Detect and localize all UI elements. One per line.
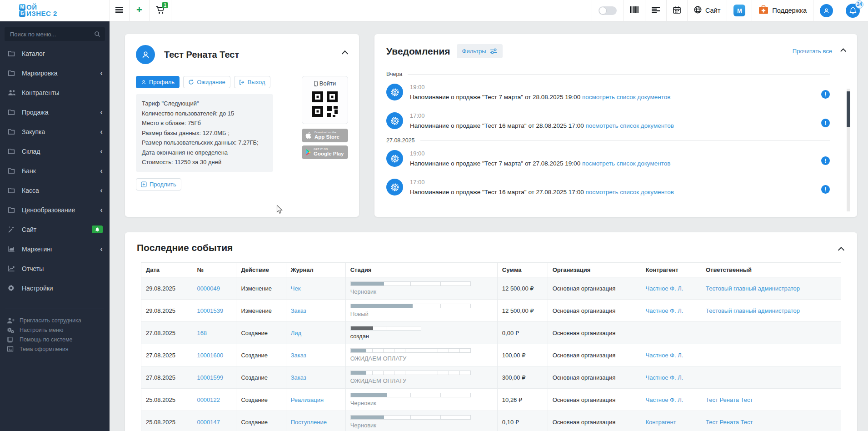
- view-documents-link[interactable]: посмотреть список документов: [582, 94, 670, 100]
- view-documents-link[interactable]: посмотреть список документов: [582, 160, 670, 167]
- table-row[interactable]: 25.08.20250000122СозданиеРеализацияЧерно…: [141, 389, 841, 411]
- journal-link[interactable]: Реализация: [291, 396, 324, 403]
- profile-button[interactable]: Профиль: [136, 76, 180, 88]
- responsible-link[interactable]: Тестовый главный администратор: [706, 285, 800, 292]
- chevron-left-icon: ‹: [100, 186, 103, 194]
- stage-label: Новый: [350, 311, 493, 317]
- document-number-link[interactable]: 0000147: [197, 419, 220, 426]
- document-number-link[interactable]: 10001599: [197, 374, 223, 381]
- mobile-app-button[interactable]: М: [727, 0, 752, 21]
- document-number-link[interactable]: 10001539: [197, 307, 223, 314]
- sidebar-item-pricing[interactable]: Ценообразование‹: [0, 200, 110, 220]
- view-documents-link[interactable]: посмотреть список документов: [585, 189, 673, 195]
- sidebar-item-catalog[interactable]: Каталог: [0, 44, 110, 63]
- hamburger-menu-button[interactable]: [110, 0, 130, 21]
- table-row[interactable]: 27.08.2025168СозданиеЛидсоздан0,00 ₽Осно…: [141, 322, 841, 344]
- site-button[interactable]: Сайт: [687, 0, 727, 21]
- globe-icon: [694, 6, 702, 15]
- tasks-list-button[interactable]: [645, 0, 666, 21]
- table-row[interactable]: 27.08.202510001599СозданиеЗаказОЖИДАЕМ О…: [141, 366, 841, 389]
- app-logo[interactable]: М ОЙ Б ИЗНЕС 2: [0, 0, 110, 21]
- table-row[interactable]: 25.08.20250000147СозданиеПоступлениеЧерн…: [141, 411, 841, 431]
- list-rows-icon: [652, 7, 660, 15]
- add-button[interactable]: +: [130, 0, 150, 21]
- document-number-link[interactable]: 168: [197, 330, 207, 336]
- collapse-notifications-chevron-icon[interactable]: [840, 48, 846, 54]
- sidebar-item-contractors[interactable]: Контрагенты: [0, 83, 110, 102]
- document-number-link[interactable]: 0000122: [197, 396, 220, 403]
- barcode-scanner-button[interactable]: [623, 0, 645, 21]
- read-all-link[interactable]: Прочитать все: [793, 48, 832, 55]
- app-store-badge[interactable]: Download on the App Store: [302, 129, 348, 142]
- sidebar-item-cashbox[interactable]: Касса‹: [0, 180, 110, 200]
- filters-button[interactable]: Фильтры: [457, 44, 503, 58]
- notification-item[interactable]: 17:00Напоминание о продаже "Тест 16 март…: [386, 107, 830, 135]
- sidebar-item-reports[interactable]: Отчеты: [0, 259, 110, 278]
- google-play-badge[interactable]: GET IT ON Google Play: [302, 145, 348, 159]
- sidebar-link-system-help[interactable]: Помощь по системе: [7, 335, 103, 344]
- chevron-left-icon: ‹: [100, 108, 103, 116]
- responsible-link[interactable]: Тест Рената Тест: [706, 419, 753, 426]
- sidebar-link-theme[interactable]: Тема оформления: [7, 344, 103, 354]
- sidebar-link-configure-menu[interactable]: Настроить меню: [7, 325, 103, 335]
- stage-progress-bar: [350, 393, 471, 397]
- table-row[interactable]: 27.08.202510001600СозданиеЗаказОЖИДАЕМ О…: [141, 344, 841, 366]
- journal-link[interactable]: Поступление: [291, 419, 327, 426]
- qr-login-box[interactable]: Войти: [302, 76, 348, 124]
- responsible-link[interactable]: Тестовый главный администратор: [706, 307, 800, 314]
- sidebar-item-bank[interactable]: Банк‹: [0, 161, 110, 180]
- notifications-scrollbar[interactable]: [847, 89, 850, 211]
- sidebar-item-site[interactable]: Сайт: [0, 220, 110, 239]
- event-date: 25.08.2025: [141, 411, 192, 431]
- sidebar-link-invite-employee[interactable]: Пригласить сотрудника: [7, 316, 103, 325]
- notifications-button[interactable]: 24: [839, 0, 868, 21]
- logout-button[interactable]: Выход: [234, 76, 270, 88]
- stage-label: Черновик: [350, 288, 493, 295]
- sidebar-item-marketing[interactable]: Маркетинг‹: [0, 239, 110, 259]
- counterparty-link[interactable]: Частное Ф. Л.: [646, 374, 683, 381]
- journal-link[interactable]: Заказ: [291, 374, 306, 381]
- calendar-button[interactable]: [666, 0, 687, 21]
- waiting-button[interactable]: Ожидание: [183, 76, 230, 88]
- event-counterparty: Контрагент: [641, 411, 701, 431]
- notification-item[interactable]: 19:00Напоминание о продаже "Тест 7 марта…: [386, 78, 830, 107]
- journal-link[interactable]: Лид: [291, 330, 301, 336]
- journal-link[interactable]: Заказ: [291, 307, 306, 314]
- journal-link[interactable]: Заказ: [291, 352, 306, 359]
- responsible-link[interactable]: Тест Рената Тест: [706, 396, 753, 403]
- document-number-link[interactable]: 0000049: [197, 285, 220, 292]
- sidebar-item-settings[interactable]: Настройки: [0, 278, 110, 298]
- notification-item[interactable]: 19:00Напоминание о продаже "Тест 7 марта…: [386, 145, 830, 173]
- renew-button[interactable]: Продлить: [136, 178, 181, 190]
- notification-group: Вчера: [386, 71, 830, 77]
- counterparty-link[interactable]: Частное Ф. Л.: [646, 285, 683, 292]
- cart-button[interactable]: 1: [150, 0, 171, 21]
- sidebar-item-warehouse[interactable]: Склад‹: [0, 141, 110, 161]
- event-journal: Лид: [286, 322, 345, 344]
- sidebar-item-purchase[interactable]: Закупка‹: [0, 122, 110, 141]
- interface-toggle[interactable]: [592, 0, 623, 21]
- account-button[interactable]: [813, 0, 839, 21]
- sidebar-item-label: Каталог: [22, 50, 103, 57]
- sidebar-menu: КаталогМаркировка‹КонтрагентыПродажа‹Зак…: [0, 44, 110, 298]
- column-header: Сумма: [497, 263, 548, 277]
- document-number-link[interactable]: 10001600: [197, 352, 223, 359]
- collapse-profile-chevron-icon[interactable]: [342, 50, 348, 57]
- view-documents-link[interactable]: посмотреть список документов: [585, 122, 673, 129]
- table-row[interactable]: 29.08.202510001539ИзменениеЗаказНовый12 …: [141, 300, 841, 322]
- notification-item[interactable]: 17:00Напоминание о продаже "Тест 16 март…: [386, 173, 830, 202]
- support-button[interactable]: Поддержка: [752, 0, 813, 21]
- sidebar-item-marking[interactable]: Маркировка‹: [0, 63, 110, 83]
- counterparty-link[interactable]: Частное Ф. Л.: [646, 307, 683, 314]
- counterparty-link[interactable]: Частное Ф. Л.: [646, 396, 683, 403]
- event-date: 27.08.2025: [141, 322, 192, 344]
- counterparty-link[interactable]: Контрагент: [646, 419, 676, 426]
- notification-text: Напоминание о продаже "Тест 7 марта" от …: [410, 160, 670, 167]
- counterparty-link[interactable]: Частное Ф. Л.: [646, 352, 683, 359]
- scrollbar-thumb[interactable]: [847, 91, 850, 127]
- sidebar-item-sales[interactable]: Продажа‹: [0, 102, 110, 122]
- journal-link[interactable]: Чек: [291, 285, 301, 292]
- exclamation-icon: !: [821, 185, 830, 194]
- menu-search-input[interactable]: [5, 27, 105, 41]
- table-row[interactable]: 29.08.20250000049ИзменениеЧекЧерновик12 …: [141, 277, 841, 300]
